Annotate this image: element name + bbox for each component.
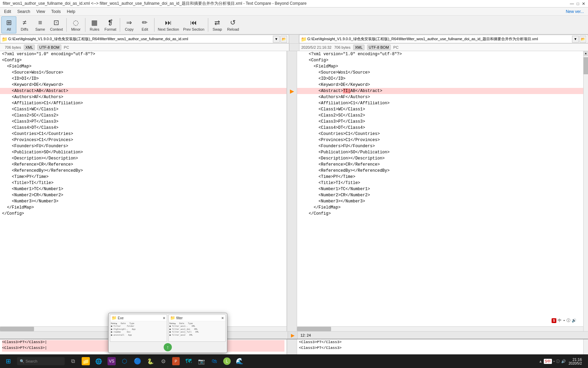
taskbar-view[interactable]: ⧉ — [67, 355, 79, 367]
left-code-view[interactable]: <?xml version="1.0" encoding="utf-8"?> <… — [0, 51, 287, 326]
right-browse-btn[interactable]: ▼ — [572, 36, 579, 43]
toolbar-format[interactable]: ❡ Format — [103, 16, 118, 33]
left-line-20: <ReferencedBy></ReferencedBy> — [0, 168, 287, 174]
vscode-icon: ⬡ — [120, 357, 129, 365]
taskbar-edge[interactable]: 🌊 — [233, 355, 246, 367]
left-open-btn[interactable]: 📂 — [280, 36, 287, 43]
toolbar-same[interactable]: ≡ Same — [33, 16, 48, 33]
same-label: Same — [35, 27, 45, 31]
vscroll-thumb[interactable] — [584, 57, 588, 74]
diff-arrow-indicator: ▶ — [290, 88, 294, 94]
left-browse-btn[interactable]: ▼ — [273, 36, 280, 43]
taskbar-files[interactable]: 📁 — [80, 355, 92, 367]
menu-help[interactable]: Help — [64, 9, 78, 15]
left-line-17: <Publication>SO</Publication> — [0, 149, 287, 155]
popup-thumb-filter[interactable]: 📁 filter ✕ Name▲ Date Type ■ filter_wos1… — [168, 315, 226, 342]
toolbar-all[interactable]: ⊞ All — [1, 16, 16, 33]
toolbar-next-section[interactable]: ⏭ Next Section — [156, 16, 181, 33]
scroll-up-btn[interactable]: ▲ — [584, 51, 588, 56]
taskbar-apps2[interactable]: ⚙ — [157, 355, 169, 367]
popup-thumb-exe[interactable]: 📁 Exe ✕ Name▲ Date Type ■ filter Folder … — [110, 315, 167, 342]
exe-close-btn[interactable]: ✕ — [163, 316, 165, 320]
left-line-4: <Source>Wos1</Source> — [0, 70, 287, 76]
toolbar-minor[interactable]: ◌ Minor — [68, 16, 83, 33]
toolbar-swap[interactable]: ⇄ Swap — [210, 16, 225, 33]
tray-info: ⓘ — [556, 359, 560, 364]
menu-view[interactable]: View — [34, 9, 48, 15]
toolbar-context[interactable]: ⊡ Context — [48, 16, 65, 33]
taskbar-photos[interactable]: 📷 — [195, 355, 208, 367]
reload-label: Reload — [227, 27, 239, 31]
right-line-23: <Number1>TC</Number1> — [297, 186, 584, 192]
tray-volume[interactable]: 🔊 — [561, 359, 566, 364]
right-line-25: <Number3></Number3> — [297, 198, 584, 204]
right-hscroll-thumb[interactable] — [297, 327, 331, 331]
menu-edit[interactable]: Edit — [1, 9, 14, 15]
taskbar-chrome[interactable]: 🔵 — [131, 355, 144, 367]
menu-tools[interactable]: Tools — [49, 9, 64, 15]
taskbar-start[interactable]: ⊞ — [1, 355, 15, 367]
toolbar-rules[interactable]: ▦ Rules — [87, 16, 102, 33]
right-file-path[interactable] — [307, 37, 571, 41]
left-file-path[interactable] — [8, 37, 272, 41]
taskbar-python[interactable]: 🐍 — [144, 355, 157, 367]
toolbar-prev-section[interactable]: ⏮ Prev Section — [181, 16, 206, 33]
toolbar-diffs[interactable]: ≠ Diffs — [17, 16, 32, 33]
toolbar-reload[interactable]: ↺ Reload — [226, 16, 241, 33]
taskbar-ppt[interactable]: P — [170, 355, 182, 367]
right-open-btn[interactable]: 📂 — [579, 36, 586, 43]
right-vscrollbar[interactable]: ▲ — [583, 51, 588, 331]
taskbar-vs[interactable]: VS — [105, 355, 118, 367]
filter-close-btn[interactable]: ✕ — [221, 316, 224, 320]
toolbar-copy[interactable]: ⇒ Copy — [122, 16, 137, 33]
exe-label: Exe — [118, 316, 124, 320]
right-line-24: <Number2>CR</Number2> — [297, 192, 584, 198]
input-method-indicator: S 中 • ⓘ 🔊 — [552, 318, 576, 323]
right-format[interactable]: XML — [353, 45, 364, 50]
left-line-26: </FieldMap> — [0, 204, 287, 211]
right-line-2: <Config> — [297, 57, 584, 63]
right-line-3: <FieldMap> — [297, 63, 584, 70]
rules-label: Rules — [90, 27, 99, 31]
taskbar-vscode[interactable]: ⬡ — [118, 355, 131, 367]
maximize-btn[interactable]: □ — [577, 1, 579, 6]
left-line-11: <Class2>SC</Class2> — [0, 112, 287, 119]
left-format[interactable]: XML — [24, 45, 35, 50]
right-hscrollbar[interactable] — [297, 326, 584, 331]
status-arrow: ▶ — [291, 333, 295, 338]
minimize-btn[interactable]: — — [570, 1, 574, 6]
window-controls[interactable]: — □ ✕ — [570, 1, 585, 6]
right-editor-pane[interactable]: <?xml version="1.0" encoding="utf-8"?> <… — [297, 51, 584, 331]
left-encoding[interactable]: UTF-8 BOM — [37, 45, 61, 50]
taskbar-ie[interactable]: 🌐 — [93, 355, 105, 367]
popup-thumb-filter-header: 📁 filter ✕ — [169, 315, 225, 321]
swap-label: Swap — [213, 27, 222, 31]
left-path-bar: 📁 ▼ 📂 — [0, 35, 289, 43]
reload-icon: ↺ — [230, 18, 236, 27]
task-view-icon: ⧉ — [69, 357, 77, 365]
menu-search[interactable]: Search — [15, 9, 33, 15]
right-code-view[interactable]: <?xml version="1.0" encoding="utf-8"?> <… — [297, 51, 584, 326]
right-line-12: <Class3>PT</Class3> — [297, 119, 584, 125]
sep5 — [208, 18, 208, 32]
taskbar-search[interactable]: 🔍 Search — [15, 355, 67, 367]
toolbar-edit[interactable]: ✏ Edit — [137, 16, 152, 33]
close-btn[interactable]: ✕ — [582, 1, 585, 6]
popup-cursor-indicator: ↑ — [110, 343, 226, 351]
left-hscroll-thumb[interactable] — [0, 327, 34, 331]
right-line-22: <Title>TI</Title> — [297, 180, 584, 186]
right-line-7: <Abstract>TI|AB</Abstract> — [297, 88, 584, 94]
left-editor-pane[interactable]: <?xml version="1.0" encoding="utf-8"?> <… — [0, 51, 287, 331]
menu-newver[interactable]: New ver... — [563, 9, 587, 15]
right-line-4: <Source>Wos1</Source> — [297, 70, 584, 76]
taskbar-linqpad[interactable]: L — [221, 355, 233, 367]
right-line-9: <Affiliation>C1</Affiliation> — [297, 100, 584, 106]
right-encoding[interactable]: UTF-8 BOM — [367, 45, 391, 50]
input-method-tray[interactable]: S中 — [544, 359, 552, 364]
same-icon: ≡ — [38, 19, 42, 27]
right-line-10: <Class1>WC</Class1> — [297, 106, 584, 112]
editor-area: <?xml version="1.0" encoding="utf-8"?> <… — [0, 51, 588, 331]
taskbar-maps[interactable]: 🗺 — [182, 355, 195, 367]
clock[interactable]: 21:16 2020/5/2 — [569, 357, 582, 365]
taskbar-store[interactable]: 🛍 — [208, 355, 220, 367]
